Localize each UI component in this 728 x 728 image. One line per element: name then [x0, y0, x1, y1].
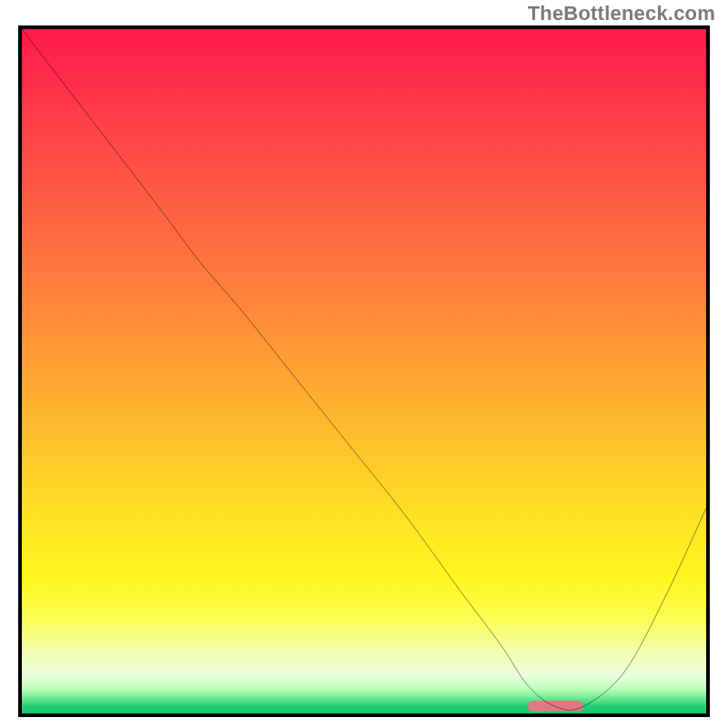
bottleneck-curve — [22, 29, 706, 713]
chart-root: TheBottleneck.com — [0, 0, 728, 728]
plot-frame — [18, 25, 710, 717]
watermark-text: TheBottleneck.com — [528, 2, 715, 25]
